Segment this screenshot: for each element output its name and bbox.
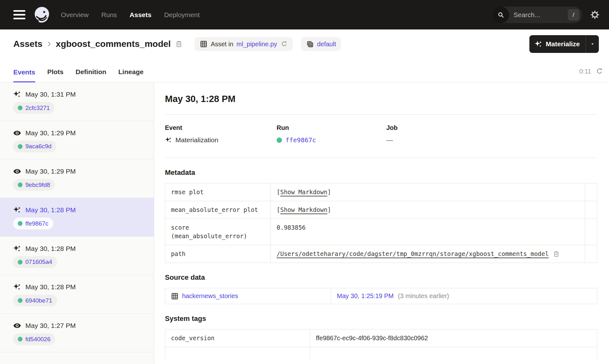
code-location-link[interactable]: ml_pipeline.py: [237, 41, 277, 48]
materialization-icon: [13, 283, 21, 291]
tab-lineage[interactable]: Lineage: [118, 68, 143, 82]
event-list-item[interactable]: May 30, 1:28 PM 071605a4: [0, 237, 154, 275]
source-asset-link[interactable]: hackernews_stories: [182, 292, 238, 300]
run-badge[interactable]: 2cfc3271: [13, 102, 55, 114]
grid-icon: [200, 40, 207, 48]
run-badge[interactable]: 9aca6c9d: [13, 141, 56, 152]
run-status-dot: [18, 298, 23, 303]
run-status-dot: [18, 144, 23, 149]
search-icon: [493, 7, 509, 23]
menu-icon[interactable]: [13, 10, 25, 19]
materialization-icon: [13, 206, 21, 214]
event-list-item[interactable]: May 30, 1:27 PM fd540026: [0, 314, 154, 352]
copy-asset-name-button[interactable]: [175, 40, 183, 48]
system-tag-key: code_version: [165, 329, 310, 347]
sparkle-icon: [534, 40, 542, 48]
run-status-dot: [277, 137, 282, 143]
run-id-link[interactable]: 2cfc3271: [25, 105, 50, 112]
search-input[interactable]: [509, 11, 568, 19]
run-id-link[interactable]: 6940be71: [25, 297, 52, 304]
primary-nav: Overview Runs Assets Deployment: [61, 11, 200, 19]
nav-runs[interactable]: Runs: [102, 11, 117, 19]
run-status-dot: [18, 221, 23, 226]
run-badge[interactable]: 071605a4: [13, 256, 57, 268]
page-title: xgboost_comments_model: [56, 39, 171, 49]
run-id-link[interactable]: 9ebc9fd8: [25, 182, 50, 188]
group-link[interactable]: default: [317, 41, 336, 48]
caret-down-icon: [590, 41, 595, 47]
run-status-dot: [18, 182, 23, 187]
run-badge[interactable]: fd540026: [13, 333, 55, 345]
run-id-link[interactable]: ffe9867c: [285, 136, 316, 144]
run-id-link[interactable]: fd540026: [25, 336, 50, 343]
job-label: Job: [386, 124, 597, 131]
materialize-button[interactable]: Materialize: [529, 35, 586, 53]
source-data-heading: Source data: [165, 273, 597, 282]
table-row: rmse plot [Show Markdown]: [165, 183, 597, 201]
refresh-icon[interactable]: [596, 67, 603, 75]
event-detail-title: May 30, 1:28 PM: [165, 94, 597, 104]
tab-definition[interactable]: Definition: [75, 68, 106, 82]
nav-overview[interactable]: Overview: [61, 11, 89, 19]
nav-deployment[interactable]: Deployment: [164, 11, 200, 19]
search-box[interactable]: /: [493, 7, 582, 23]
event-list-item[interactable]: May 30, 1:28 PM 6940be71: [0, 275, 154, 314]
run-label: Run: [277, 124, 386, 131]
materialize-dropdown-button[interactable]: [586, 35, 599, 53]
materialization-icon: [165, 137, 172, 144]
event-timestamp: May 30, 1:28 PM: [25, 206, 76, 214]
source-timestamp-note: (3 minutes earlier): [398, 292, 449, 299]
search-shortcut-key: /: [568, 9, 579, 21]
run-badge[interactable]: ffe9867c: [13, 218, 53, 229]
event-detail-panel: May 30, 1:28 PM Event Materialization Ru…: [154, 82, 609, 364]
materialize-split-button: Materialize: [529, 35, 599, 53]
tab-plots[interactable]: Plots: [47, 68, 63, 82]
breadcrumb-assets-link[interactable]: Assets: [13, 39, 43, 49]
nav-assets[interactable]: Assets: [130, 11, 152, 19]
run-id-link[interactable]: 071605a4: [25, 259, 52, 265]
observation-icon: [13, 322, 21, 330]
source-timestamp-link[interactable]: May 30, 1:25:19 PM: [337, 292, 394, 299]
run-status-dot: [18, 337, 23, 342]
event-list: May 30, 1:31 PM 2cfc3271 May 30, 1:29 PM…: [0, 82, 154, 364]
run-status-dot: [18, 105, 23, 110]
event-list-item-selected[interactable]: May 30, 1:28 PM ffe9867c: [0, 198, 154, 237]
copy-path-button[interactable]: [553, 251, 560, 258]
system-tags-table: code_version ffe9867c-ec9c-4f06-939c-f8d…: [165, 329, 597, 360]
run-badge[interactable]: 6940be71: [13, 295, 57, 306]
reload-icon[interactable]: [281, 41, 288, 48]
event-list-item[interactable]: May 30, 1:29 PM 9ebc9fd8: [0, 159, 154, 198]
event-list-item[interactable]: May 30, 1:29 PM 9aca6c9d: [0, 121, 154, 160]
chevron-right-icon: [46, 41, 53, 48]
refresh-timer: 0:11: [580, 68, 591, 75]
event-type-value: Materialization: [175, 136, 218, 144]
group-badge[interactable]: default: [301, 37, 341, 51]
table-row: hackernews_stories May 30, 1:25:19 PM (3…: [165, 288, 597, 304]
path-link[interactable]: /Users/odetteharary/code/dagster/tmp_0mz…: [277, 250, 549, 258]
settings-gear-icon[interactable]: [590, 10, 599, 19]
table-row: [165, 347, 597, 360]
dagster-logo[interactable]: [33, 6, 51, 24]
event-timestamp: May 30, 1:28 PM: [25, 283, 76, 291]
event-timestamp: May 30, 1:28 PM: [25, 245, 76, 252]
show-markdown-link[interactable]: [Show Markdown]: [277, 206, 331, 213]
run-status-dot: [18, 260, 23, 265]
run-id-link[interactable]: ffe9867c: [25, 220, 49, 227]
run-id-link[interactable]: 9aca6c9d: [25, 143, 51, 150]
observation-icon: [13, 167, 21, 176]
tab-events[interactable]: Events: [13, 68, 35, 82]
metadata-key: mean_absolute_error plot: [165, 201, 271, 219]
table-row: mean_absolute_error plot [Show Markdown]: [165, 201, 597, 219]
metadata-key: rmse plot: [165, 183, 271, 201]
source-data-table: hackernews_stories May 30, 1:25:19 PM (3…: [165, 288, 597, 304]
job-value: —: [386, 136, 393, 144]
table-row: score (mean_absolute_error) 0.983856: [165, 219, 597, 245]
materialization-icon: [13, 90, 21, 99]
run-badge[interactable]: 9ebc9fd8: [13, 179, 55, 191]
code-location-badge[interactable]: Asset in ml_pipeline.py: [195, 37, 293, 51]
show-markdown-link[interactable]: [Show Markdown]: [277, 188, 331, 195]
asset-tabs: Events Plots Definition Lineage 0:11: [0, 59, 609, 82]
event-timestamp: May 30, 1:31 PM: [25, 91, 76, 98]
event-list-item[interactable]: May 30, 1:31 PM 2cfc3271: [0, 82, 154, 121]
breadcrumb: Assets xgboost_comments_model: [13, 39, 183, 49]
